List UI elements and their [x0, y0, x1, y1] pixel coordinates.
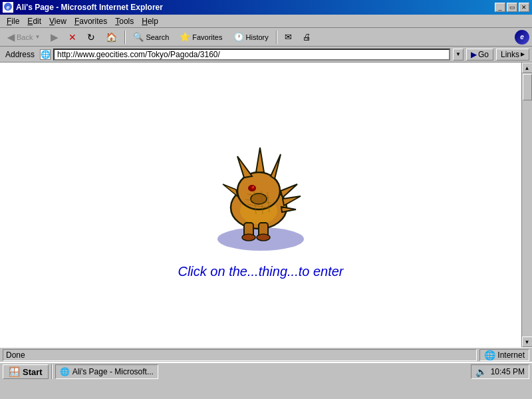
taskbar-item-label: Ali's Page - Microsoft...: [72, 367, 154, 376]
refresh-button[interactable]: ↻: [82, 29, 100, 45]
address-dropdown[interactable]: ▼: [453, 49, 464, 61]
go-label: Go: [478, 50, 489, 59]
address-label: Address: [3, 50, 37, 59]
search-icon: 🔍: [133, 32, 144, 42]
links-label: Links: [501, 50, 519, 59]
svg-marker-10: [281, 207, 296, 212]
search-button[interactable]: 🔍 Search: [128, 29, 174, 45]
start-icon: 🪟: [9, 366, 20, 377]
click-text[interactable]: Click on the...thing...to enter: [178, 264, 343, 279]
home-button[interactable]: 🏠: [101, 29, 122, 45]
taskbar-separator: [51, 364, 53, 379]
back-button[interactable]: ◀ Back ▼: [3, 29, 45, 45]
menu-help[interactable]: Help: [138, 15, 162, 27]
creature-wrapper[interactable]: [207, 131, 314, 251]
status-bar: Done 🌐 Internet: [0, 347, 532, 362]
window-controls: _ ▭ ✕: [495, 3, 529, 12]
svg-point-18: [242, 234, 255, 241]
browser-content: Click on the...thing...to enter: [0, 63, 521, 347]
creature-image[interactable]: [211, 138, 311, 244]
mail-icon: ✉: [285, 32, 292, 42]
close-button[interactable]: ✕: [519, 3, 529, 12]
taskbar-item-icon: 🌐: [60, 367, 70, 376]
search-label: Search: [146, 33, 169, 41]
scroll-up-button[interactable]: ▲: [522, 63, 533, 73]
back-label: Back: [17, 33, 33, 41]
favorites-button[interactable]: ⭐ Favorites: [175, 29, 227, 45]
window-icon: e: [3, 2, 13, 13]
taskbar: 🪟 Start 🌐 Ali's Page - Microsoft... 🔊 10…: [0, 362, 532, 380]
menu-bar: File Edit View Favorites Tools Help: [0, 15, 532, 28]
back-icon: ◀: [7, 32, 15, 43]
mail-button[interactable]: ✉: [280, 29, 297, 45]
scroll-thumb[interactable]: [523, 74, 532, 100]
svg-marker-8: [281, 184, 297, 198]
address-input[interactable]: [53, 49, 450, 61]
home-icon: 🏠: [106, 32, 117, 43]
print-icon: 🖨: [303, 32, 311, 42]
address-bar: Address 🌐 ▼ ▶ Go Links ▶: [0, 47, 532, 63]
volume-icon[interactable]: 🔊: [475, 366, 487, 377]
toolbar: ◀ Back ▼ ▶ ✕ ↻ 🏠 🔍 Search ⭐ Favorites: [0, 28, 532, 47]
status-zone-panel: 🌐 Internet: [479, 349, 529, 361]
zone-text: Internet: [497, 350, 525, 360]
globe-icon: 🌐: [484, 350, 495, 360]
history-icon: 🕐: [233, 32, 244, 42]
taskbar-item-ie[interactable]: 🌐 Ali's Page - Microsoft...: [55, 364, 158, 379]
svg-point-19: [257, 234, 270, 241]
svg-point-14: [253, 186, 254, 188]
forward-icon: ▶: [51, 32, 58, 43]
favorites-icon: ⭐: [180, 32, 190, 42]
go-arrow-icon: ▶: [471, 50, 477, 59]
toolbar-sep-1: [124, 31, 126, 44]
stop-button[interactable]: ✕: [64, 29, 81, 45]
scroll-down-button[interactable]: ▼: [522, 336, 533, 347]
window-title: Ali's Page - Microsoft Internet Explorer: [16, 3, 163, 12]
scroll-track: [522, 73, 533, 336]
menu-favorites[interactable]: Favorites: [70, 15, 111, 27]
stop-icon: ✕: [68, 32, 76, 43]
go-button[interactable]: ▶ Go: [466, 49, 493, 61]
start-button[interactable]: 🪟 Start: [3, 364, 49, 379]
status-text: Done: [6, 350, 25, 360]
address-page-icon: 🌐: [40, 49, 51, 60]
favorites-label: Favorites: [192, 33, 222, 41]
creature-container[interactable]: Click on the...thing...to enter: [178, 63, 343, 347]
status-text-panel: Done: [3, 349, 477, 361]
toolbar-sep-2: [276, 31, 277, 44]
menu-tools[interactable]: Tools: [111, 15, 138, 27]
svg-text:e: e: [6, 4, 9, 11]
links-arrow-icon: ▶: [521, 51, 525, 57]
title-bar: e Ali's Page - Microsoft Internet Explor…: [0, 0, 532, 15]
links-button[interactable]: Links ▶: [496, 49, 529, 61]
history-label: History: [246, 33, 269, 41]
vertical-scrollbar: ▲ ▼: [521, 63, 532, 347]
ie-logo: e: [515, 30, 529, 45]
menu-view[interactable]: View: [45, 15, 70, 27]
content-area: Click on the...thing...to enter ▲ ▼: [0, 63, 532, 347]
system-tray: 🔊 10:45 PM: [471, 364, 529, 379]
svg-marker-9: [283, 196, 301, 205]
history-button[interactable]: 🕐 History: [229, 29, 273, 45]
print-button[interactable]: 🖨: [298, 29, 316, 45]
svg-marker-5: [256, 148, 264, 172]
menu-edit[interactable]: Edit: [23, 15, 45, 27]
svg-marker-7: [271, 154, 281, 179]
restore-button[interactable]: ▭: [507, 3, 517, 12]
minimize-button[interactable]: _: [495, 3, 505, 12]
start-label: Start: [23, 367, 43, 377]
forward-button[interactable]: ▶: [46, 29, 63, 45]
clock: 10:45 PM: [491, 367, 525, 376]
svg-marker-11: [223, 184, 237, 196]
menu-file[interactable]: File: [3, 15, 23, 27]
refresh-icon: ↻: [87, 32, 95, 43]
svg-marker-6: [237, 156, 252, 178]
back-dropdown-icon: ▼: [35, 34, 40, 40]
